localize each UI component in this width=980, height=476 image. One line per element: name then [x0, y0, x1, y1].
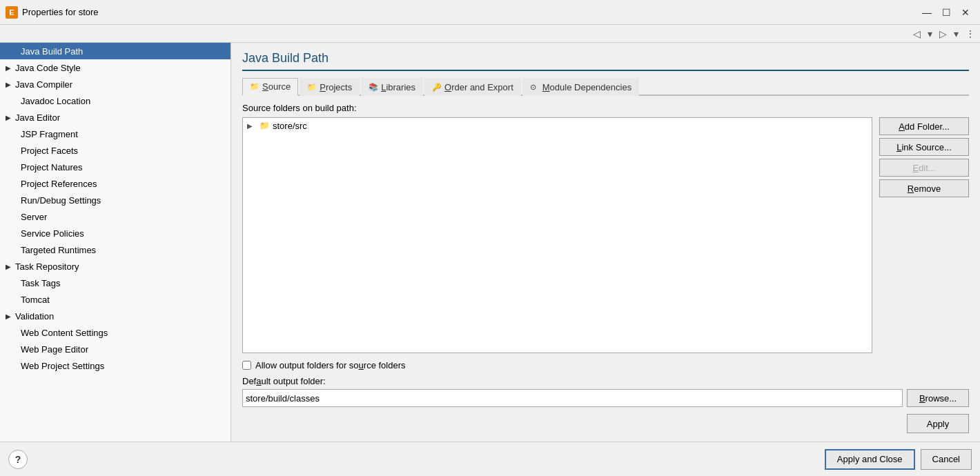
- expand-arrow-icon: ▶: [3, 79, 14, 90]
- tab-icon-source: 📁: [250, 82, 259, 92]
- minimize-button[interactable]: —: [918, 5, 936, 20]
- sidebar-item-label: JSP Fragment: [21, 129, 78, 139]
- output-folder-input[interactable]: [242, 389, 903, 407]
- sidebar-item-task-repository[interactable]: ▶Task Repository: [0, 258, 231, 275]
- tab-label: Libraries: [381, 82, 415, 92]
- main-content: Java Build Path▶Java Code Style▶Java Com…: [0, 43, 980, 442]
- sidebar-item-label: Web Content Settings: [21, 328, 108, 338]
- sidebar-item-javadoc-location[interactable]: Javadoc Location: [0, 92, 231, 109]
- sidebar-item-task-tags[interactable]: Task Tags: [0, 275, 231, 291]
- side-buttons: Add Folder...Link Source...Edit...Remove: [879, 117, 969, 353]
- window-controls: — ☐ ✕: [918, 5, 974, 20]
- add-folder-button[interactable]: Add Folder...: [879, 117, 969, 135]
- sidebar-item-label: Project References: [21, 179, 97, 189]
- panel-title: Java Build Path: [242, 51, 969, 71]
- sidebar-item-label: Web Project Settings: [21, 361, 104, 371]
- tab-projects[interactable]: 📁Projects: [300, 78, 360, 96]
- sidebar-item-label: Project Natures: [21, 162, 83, 172]
- expand-arrow-icon: ▶: [3, 112, 14, 123]
- sidebar-item-web-page-editor[interactable]: Web Page Editor: [0, 341, 231, 357]
- nav-back-button[interactable]: ◁: [911, 28, 923, 39]
- sidebar-item-project-facets[interactable]: Project Facets: [0, 142, 231, 159]
- nav-bar: ◁ ▾ ▷ ▾ ⋮: [0, 25, 980, 43]
- sidebar-item-label: Targeted Runtimes: [21, 245, 96, 255]
- close-button[interactable]: ✕: [957, 5, 974, 20]
- sidebar: Java Build Path▶Java Code Style▶Java Com…: [0, 43, 231, 442]
- footer-buttons: Apply and Close Cancel: [825, 449, 972, 470]
- tab-order-export[interactable]: 🔑Order and Export: [424, 78, 521, 96]
- tab-module-dependencies[interactable]: ⊙Module Dependencies: [522, 78, 639, 96]
- remove-button[interactable]: Remove: [879, 179, 969, 197]
- sidebar-item-web-project-settings[interactable]: Web Project Settings: [0, 357, 231, 374]
- checkbox-label: Allow output folders for source folders: [255, 360, 406, 370]
- nav-forward-dropdown-button[interactable]: ▾: [952, 28, 961, 39]
- sidebar-item-targeted-runtimes[interactable]: Targeted Runtimes: [0, 241, 231, 258]
- sidebar-item-jsp-fragment[interactable]: JSP Fragment: [0, 126, 231, 142]
- sidebar-item-label: Task Repository: [15, 261, 79, 272]
- sidebar-item-server[interactable]: Server: [0, 208, 231, 225]
- apply-row: Apply: [242, 414, 969, 433]
- sidebar-item-label: Java Editor: [15, 112, 60, 123]
- help-button[interactable]: ?: [8, 450, 28, 469]
- right-panel: Java Build Path 📁Source📁Projects📚Librari…: [231, 43, 980, 442]
- tab-source[interactable]: 📁Source: [242, 78, 298, 96]
- sidebar-item-service-policies[interactable]: Service Policies: [0, 225, 231, 241]
- sidebar-item-java-code-style[interactable]: ▶Java Code Style: [0, 59, 231, 76]
- apply-and-close-button[interactable]: Apply and Close: [825, 449, 915, 470]
- sidebar-item-label: Tomcat: [21, 295, 50, 305]
- edit-button: Edit...: [879, 159, 969, 177]
- nav-forward-button[interactable]: ▷: [937, 28, 949, 39]
- window-title: Properties for store: [22, 7, 918, 17]
- sidebar-item-label: Java Code Style: [15, 63, 81, 73]
- sidebar-item-java-compiler[interactable]: ▶Java Compiler: [0, 76, 231, 92]
- sidebar-item-label: Java Compiler: [15, 79, 72, 90]
- nav-more-button[interactable]: ⋮: [963, 28, 977, 39]
- source-folders-container: ▶📁store/src Add Folder...Link Source...E…: [242, 117, 969, 353]
- sidebar-item-web-content-settings[interactable]: Web Content Settings: [0, 324, 231, 341]
- sidebar-item-java-build-path[interactable]: Java Build Path: [0, 43, 231, 59]
- link-source-button[interactable]: Link Source...: [879, 138, 969, 156]
- sidebar-item-label: Validation: [15, 311, 54, 321]
- expand-arrow-icon: ▶: [3, 62, 14, 73]
- apply-button[interactable]: Apply: [907, 414, 969, 433]
- tab-icon-projects: 📁: [307, 83, 317, 92]
- maximize-button[interactable]: ☐: [937, 5, 955, 20]
- allow-output-checkbox[interactable]: [242, 361, 251, 370]
- tab-icon-order-export: 🔑: [432, 83, 442, 92]
- sidebar-item-validation[interactable]: ▶Validation: [0, 308, 231, 324]
- tree-expand-icon: ▶: [247, 122, 257, 130]
- tree-folder-icon: 📁: [259, 120, 270, 131]
- tab-label: Order and Export: [444, 82, 513, 92]
- tree-item-label: store/src: [273, 121, 307, 131]
- cancel-button[interactable]: Cancel: [921, 449, 972, 470]
- tree-item[interactable]: ▶📁store/src: [243, 118, 872, 133]
- sidebar-item-label: Service Policies: [21, 228, 84, 239]
- sidebar-item-label: Server: [21, 212, 47, 222]
- output-folder-label: Default output folder:: [242, 376, 969, 386]
- sidebar-item-run-debug-settings[interactable]: Run/Debug Settings: [0, 192, 231, 208]
- sidebar-item-label: Task Tags: [21, 278, 61, 288]
- sidebar-item-tomcat[interactable]: Tomcat: [0, 291, 231, 308]
- expand-arrow-icon: ▶: [3, 261, 14, 272]
- sidebar-item-project-natures[interactable]: Project Natures: [0, 159, 231, 175]
- source-tree[interactable]: ▶📁store/src: [242, 117, 872, 353]
- footer: ? Apply and Close Cancel: [0, 442, 980, 476]
- tab-libraries[interactable]: 📚Libraries: [361, 78, 423, 96]
- sidebar-item-project-references[interactable]: Project References: [0, 175, 231, 192]
- sidebar-item-java-editor[interactable]: ▶Java Editor: [0, 109, 231, 126]
- tab-icon-module-dependencies: ⊙: [530, 83, 540, 92]
- checkbox-row: Allow output folders for source folders: [242, 360, 969, 370]
- tab-icon-libraries: 📚: [369, 83, 378, 92]
- source-folders-label: Source folders on build path:: [242, 103, 969, 113]
- sidebar-item-label: Project Facets: [21, 146, 78, 156]
- tab-label: Projects: [320, 82, 352, 92]
- tab-label: Source: [262, 81, 291, 92]
- tab-label: Module Dependencies: [542, 82, 631, 92]
- output-row: Browse...: [242, 389, 969, 407]
- browse-button[interactable]: Browse...: [907, 389, 969, 407]
- nav-dropdown-button[interactable]: ▾: [925, 28, 934, 39]
- app-icon: E: [6, 6, 18, 19]
- sidebar-item-label: Javadoc Location: [21, 96, 90, 106]
- title-bar: E Properties for store — ☐ ✕: [0, 0, 980, 25]
- sidebar-item-label: Run/Debug Settings: [21, 195, 101, 206]
